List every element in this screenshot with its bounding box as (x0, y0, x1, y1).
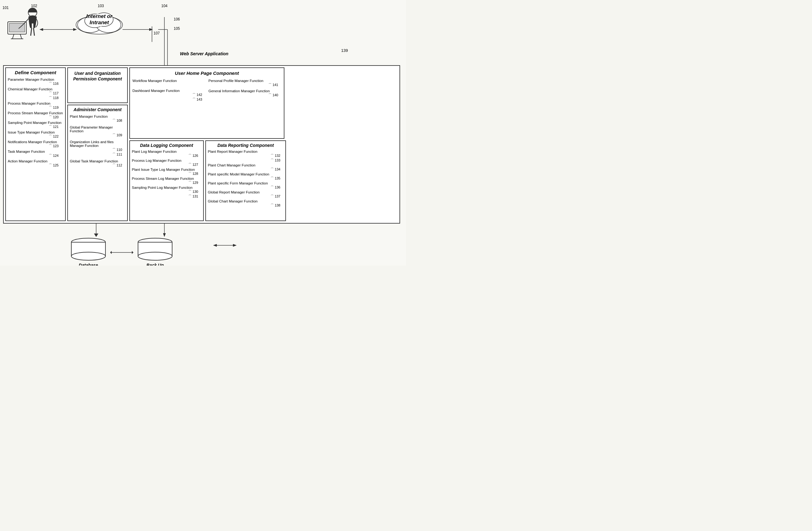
param-manager-fn: Parameter Manager Function (8, 78, 63, 81)
ref-121: ⌒ 121 (8, 125, 63, 129)
svg-line-17 (33, 28, 34, 36)
ref-122: ⌒ 122 (8, 134, 63, 139)
diagram-container: 101 102 (0, 0, 406, 266)
ref-104: 104 (161, 4, 168, 8)
data-logging-box: Data Logging Component Plant Log Manager… (129, 140, 204, 221)
ref-109: ⌒ 109 (70, 133, 125, 138)
process-log-fn: Process Log Manager Function (132, 159, 201, 163)
ref-141: ⌒ 141 (208, 83, 281, 87)
administer-component-box: Administer Component Plant Manager Funct… (67, 104, 128, 221)
plant-manager-fn: Plant Manager Function (70, 115, 125, 118)
ref-123: ⌒ 123 (8, 144, 63, 149)
ref-112: ⌒ 112 (70, 163, 125, 168)
user-org-permission-box: User and Organization Permission Compone… (67, 67, 128, 103)
user-figure (6, 6, 43, 40)
ref-129: ⌒ 129 (132, 180, 201, 185)
cloud-container: Internet orIntranet (73, 8, 126, 36)
db-backup-arrow-svg (110, 248, 135, 257)
ref-132-133: ⌒ 132⌒ 133 (208, 153, 284, 163)
workflow-manager-fn: Workflow Manager Function (132, 79, 205, 83)
issue-type-manager-fn: Issue Type Manager Function (8, 130, 63, 134)
ref-136: ⌒ 136 (208, 185, 284, 190)
global-report-fn: Global Report Manager Function (208, 190, 284, 194)
ref-124: ⌒ 124 (8, 153, 63, 158)
process-manager-fn: Process Manager Function (8, 101, 63, 105)
svg-point-38 (138, 252, 172, 260)
process-stream-manager-fn: Process Stream Manager Function (8, 111, 63, 115)
general-info-fn: General Information Manager Function (208, 89, 281, 93)
plant-model-fn: Plant specific Model Manager Function (208, 172, 284, 176)
ref-130-131: ⌒ 130⌒ 131 (132, 190, 201, 199)
data-reporting-box: Data Reporting Component Plant Report Ma… (205, 140, 286, 221)
backup-container: Back Up ⌒ 115 (135, 238, 175, 266)
svg-rect-11 (9, 23, 25, 32)
ref-135: ⌒ 135 (208, 176, 284, 181)
plant-report-fn: Plant Report Manager Function (208, 150, 284, 153)
plant-chart-fn: Plant Chart Manager Function (208, 163, 284, 167)
process-stream-log-fn: Process Stream Log Manager Function (132, 177, 201, 180)
data-logging-title: Data Logging Component (132, 143, 201, 148)
ref-127: ⌒ 127 (132, 163, 201, 167)
ref-105: 105 (174, 26, 180, 31)
ref-142-143: ⌒ 142⌒ 143 (132, 93, 205, 102)
user-home-left: Workflow Manager Function Dashboard Mana… (132, 79, 205, 102)
dashboard-manager-fn: Dashboard Manager Function (132, 89, 205, 93)
svg-marker-32 (110, 251, 112, 254)
ref-117-118: ⌒ 117⌒ 118 (8, 91, 63, 100)
define-component-box: Define Component Parameter Manager Funct… (5, 67, 66, 221)
personal-profile-fn: Personal Profile Manager Function (208, 79, 281, 83)
sampling-point-log-fn: Sampling Point Log Manager Function (132, 186, 201, 190)
user-home-right: Personal Profile Manager Function ⌒ 141 … (208, 79, 281, 102)
administer-title: Administer Component (70, 107, 125, 112)
plant-issue-log-fn: Plant Issue Type Log Manager Function (132, 168, 201, 171)
define-component-title: Define Component (8, 70, 63, 75)
task-manager-fn: Task Manager Function (8, 150, 63, 153)
ref-120: ⌒ 120 (8, 115, 63, 120)
ref-119: ⌒ 119 (8, 105, 63, 110)
ref-138: ⌒ 138 (208, 203, 284, 208)
ref-110-111: ⌒ 110⌒ 111 (70, 148, 125, 157)
plant-form-fn: Plant specific Form Manager Function (208, 181, 284, 185)
ref-107: 107 (154, 31, 160, 36)
ref-125: ⌒ 125 (8, 163, 63, 168)
ref-102: 102 (31, 4, 37, 8)
notifications-manager-fn: Notifications Manager Function (8, 140, 63, 144)
ref-116: ⌒ 116 (8, 81, 63, 86)
user-org-title: User and Organization Permission Compone… (70, 70, 125, 82)
ref-106: 106 (174, 17, 180, 22)
svg-line-16 (31, 28, 32, 36)
main-container: Define Component Parameter Manager Funct… (3, 65, 400, 224)
sampling-point-manager-fn: Sampling Point Manager Function (8, 121, 63, 125)
svg-line-12 (12, 34, 14, 39)
ref-134: ⌒ 134 (208, 167, 284, 172)
ref-128: ⌒ 128 (132, 171, 201, 176)
org-links-files-fn: Organization Links and files Manager Fun… (70, 140, 125, 148)
svg-line-13 (20, 34, 22, 39)
data-reporting-title: Data Reporting Component (208, 143, 284, 148)
ref-137: ⌒ 137 (208, 194, 284, 199)
global-chart-fn: Global Chart Manager Function (208, 199, 284, 203)
user-home-title: User Home Page Component (132, 70, 281, 76)
database-container: Database ⌒ 114 (68, 238, 108, 266)
svg-point-30 (71, 252, 105, 260)
internet-label: Internet orIntranet (73, 13, 126, 26)
ref-126: ⌒ 126 (132, 153, 201, 158)
database-label: Database (68, 263, 108, 266)
svg-marker-33 (132, 251, 133, 254)
ref-108: ⌒ 108 (70, 118, 125, 123)
backup-label: Back Up (135, 263, 175, 266)
global-param-manager-fn: Global Parameter Manager Function (70, 125, 125, 133)
svg-marker-25 (94, 234, 98, 237)
chemical-manager-fn: Chemical Manager Function (8, 87, 63, 91)
ref-103: 103 (98, 4, 104, 8)
ref-140: ⌒ 140 (208, 93, 281, 98)
db-arrow-svg (87, 223, 105, 238)
global-task-manager-fn: Global Task Manager Function (70, 159, 125, 163)
web-server-label: Web Server Application (180, 51, 228, 56)
action-manager-fn: Action Manager Function (8, 159, 63, 163)
ref-139: 139 (341, 48, 348, 53)
plant-log-fn: Plant Log Manager Function (132, 150, 201, 153)
user-home-page-box: User Home Page Component Workflow Manage… (129, 67, 285, 139)
